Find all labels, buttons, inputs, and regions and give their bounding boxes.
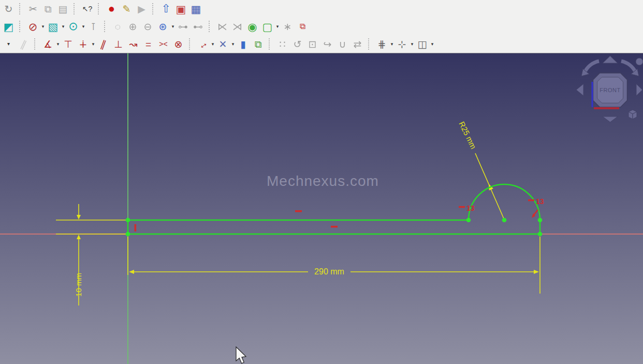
navcube-front-label[interactable]: FRONT xyxy=(600,87,620,93)
navigation-cube[interactable]: FRONT xyxy=(576,54,643,129)
edge-arc[interactable] xyxy=(469,184,540,220)
copy-button[interactable]: ⧉ xyxy=(41,2,55,16)
tangent-constraint-dash-left[interactable] xyxy=(459,206,465,208)
toggle-construction-dropdown[interactable]: ▾ xyxy=(230,37,236,51)
constraint-id-left[interactable]: 13 xyxy=(466,204,475,212)
toolbar-separator xyxy=(368,38,372,50)
height-dim-label[interactable]: 10 mm xyxy=(74,273,83,297)
toolbar-sketcher-constraints: ▾∥∡▾⊤∔▾∥⊥↝=><⊗↔▾✕▾▮⧉∷↺⊡↪∪⇄⋕▾⊹▾◫▾ xyxy=(0,35,643,53)
inspect-image-button[interactable]: ▣ xyxy=(174,2,188,16)
toggle-grid-button[interactable]: ⋕ xyxy=(375,37,389,51)
toolbar-overflow-button[interactable]: ▾ xyxy=(2,37,16,51)
navcube-arrow-down[interactable] xyxy=(603,117,618,122)
constrain-horizontal-vertical-button[interactable]: ∔ xyxy=(76,37,90,51)
constrain-point-on-object-button[interactable]: ⊤ xyxy=(61,37,75,51)
horizontal-constraint-icon-bottom[interactable] xyxy=(331,226,338,228)
toggle-grid-icon: ⋕ xyxy=(378,39,386,49)
toggle-snap-dropdown[interactable]: ▾ xyxy=(410,37,415,51)
join-curves-icon: ⊶ xyxy=(178,22,188,32)
export-upload-button[interactable]: ⇧ xyxy=(159,2,173,16)
leave-sketch-icon: ◩ xyxy=(4,21,14,32)
record-macro-button[interactable]: ● xyxy=(105,2,119,16)
vertex-top-left[interactable] xyxy=(126,218,130,223)
bspline-decrease-knot-button: ⊖ xyxy=(141,20,155,34)
constrain-parallel-button[interactable]: ∥ xyxy=(96,37,110,51)
width-dim-label[interactable]: 290 mm xyxy=(314,267,344,276)
draw-style-button[interactable]: ⊘ xyxy=(26,20,40,34)
constrain-angle-dropdown[interactable]: ▾ xyxy=(55,37,61,51)
play-macro-icon: ▶ xyxy=(138,4,145,14)
constrain-symmetric-button[interactable]: >< xyxy=(156,37,170,51)
dimension-button[interactable]: ↔ xyxy=(196,37,210,51)
navcube-arrow-up[interactable] xyxy=(603,56,618,63)
selection-view-button[interactable]: ▧ xyxy=(46,20,60,34)
periodic-bspline-button[interactable]: ◉ xyxy=(245,20,259,34)
vertical-constraint-icon[interactable] xyxy=(135,224,137,231)
constrain-horizontal-vertical-dropdown[interactable]: ▾ xyxy=(91,37,96,51)
edit-macro-button[interactable]: ✎ xyxy=(120,2,134,16)
toolbar-separator xyxy=(152,3,156,14)
constrain-perpendicular-button[interactable]: ⊥ xyxy=(111,37,125,51)
select-unconstrained-icon: ∷ xyxy=(279,39,285,49)
tangent-constraint-dash-right[interactable] xyxy=(528,199,534,201)
extrude-box-button[interactable]: ▮ xyxy=(236,37,250,51)
join-curves-button: ⊶ xyxy=(176,20,190,34)
copy-icon: ⧉ xyxy=(45,4,52,14)
toggle-grid-dropdown[interactable]: ▾ xyxy=(389,37,394,51)
bspline-insert-knot-button: ⊕ xyxy=(126,20,140,34)
arc-center-point[interactable] xyxy=(502,218,507,223)
navcube-rotate-ccw-arrow[interactable] xyxy=(584,61,599,72)
navcube-sphere-button[interactable] xyxy=(636,58,643,65)
toggle-snap-button[interactable]: ⊹ xyxy=(395,37,409,51)
selection-view-dropdown[interactable]: ▾ xyxy=(61,20,66,34)
toggle-construction-button[interactable]: ✕ xyxy=(216,37,230,51)
navcube-arrow-right[interactable] xyxy=(636,84,642,96)
clone-button[interactable]: ⧉ xyxy=(251,37,265,51)
constrain-symmetric-icon: >< xyxy=(159,40,167,48)
radius-dim-label[interactable]: R25 mm xyxy=(457,120,478,150)
switch-virtual-space-button[interactable]: ⧉ xyxy=(296,20,310,34)
whats-this-button[interactable]: ↖? xyxy=(80,2,94,16)
construction-geometry-icon: ∥ xyxy=(19,38,28,49)
measure-button[interactable]: ⊺ xyxy=(86,20,100,34)
select-unconstrained-button: ∷ xyxy=(275,37,289,51)
navcube-mini-cube[interactable] xyxy=(629,110,637,119)
sketch-canvas[interactable]: 10 mm 290 mm R25 mm xyxy=(0,53,643,364)
horizontal-constraint-icon-top[interactable] xyxy=(295,210,302,212)
navcube-rotate-cw-arrow[interactable] xyxy=(621,61,636,72)
draw-style-dropdown[interactable]: ▾ xyxy=(40,20,46,34)
create-polygon-button[interactable]: ▢ xyxy=(260,20,274,34)
bspline-multiplicity-button[interactable]: ⊛ xyxy=(156,20,170,34)
create-polygon-dropdown[interactable]: ▾ xyxy=(275,20,280,34)
constrain-angle-button[interactable]: ∡ xyxy=(41,37,55,51)
constrain-point-on-object-icon: ⊤ xyxy=(64,39,72,49)
zoom-tools-dropdown[interactable]: ▾ xyxy=(81,20,86,34)
navcube-arrow-left[interactable] xyxy=(576,84,583,96)
cut-button[interactable]: ✂ xyxy=(26,2,40,16)
vertex-bottom-left[interactable] xyxy=(126,232,130,237)
paste-button[interactable]: ▤ xyxy=(56,2,70,16)
constrain-tangent-button[interactable]: ↝ xyxy=(126,37,140,51)
leave-sketch-button[interactable]: ◩ xyxy=(2,20,16,34)
render-order-icon: ◫ xyxy=(418,39,427,49)
refresh-button[interactable]: ↻ xyxy=(2,2,16,16)
constrain-equal-button[interactable]: = xyxy=(141,37,155,51)
vertex-arc-start[interactable] xyxy=(466,218,471,223)
zoom-tools-button[interactable]: ⊙ xyxy=(66,20,80,34)
play-macro-button[interactable]: ▶ xyxy=(135,2,149,16)
constraint-id-right[interactable]: 13 xyxy=(536,197,544,206)
render-order-button[interactable]: ◫ xyxy=(415,37,429,51)
package-box-button[interactable]: ▦ xyxy=(189,2,203,16)
move-tool-button: ⇄ xyxy=(350,37,364,51)
height-arrow-down xyxy=(77,215,81,220)
dimension-dropdown[interactable]: ▾ xyxy=(210,37,215,51)
vertex-arc-end[interactable] xyxy=(538,218,543,223)
constrain-block-button[interactable]: ⊗ xyxy=(171,37,185,51)
render-order-dropdown[interactable]: ▾ xyxy=(430,37,435,51)
extrude-box-icon: ▮ xyxy=(240,39,245,49)
vertex-bottom-right[interactable] xyxy=(538,232,543,237)
construction-geometry-button: ∥ xyxy=(17,37,31,51)
3d-viewport[interactable]: Mechnexus.com 10 mm 290 mm R25 mm xyxy=(0,53,643,364)
symmetry-tool-icon: ∪ xyxy=(339,39,346,49)
bspline-multiplicity-dropdown[interactable]: ▾ xyxy=(170,20,176,34)
